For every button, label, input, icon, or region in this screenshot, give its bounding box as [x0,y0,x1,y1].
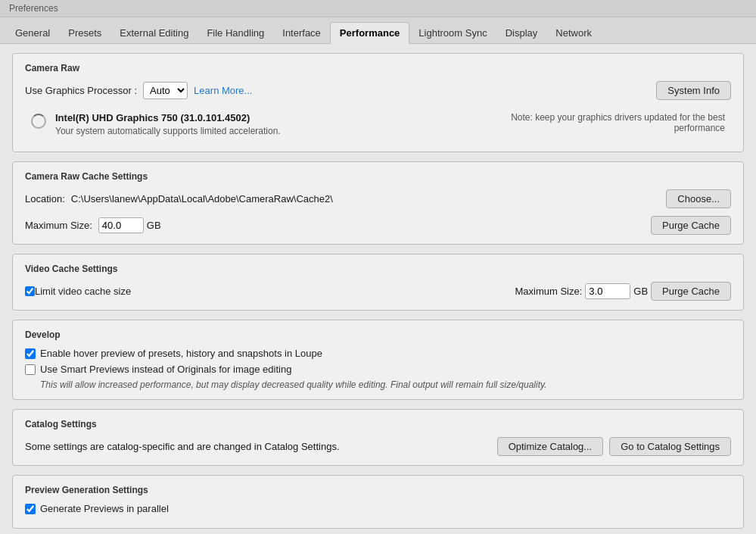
gpu-name: Intel(R) UHD Graphics 750 (31.0.101.4502… [55,112,474,123]
cache-size-row: Maximum Size: 40.0 GB Purge Cache [25,216,731,235]
video-purge-cache-button[interactable]: Purge Cache [651,282,731,301]
tab-general[interactable]: General [6,23,59,43]
tab-file-handling[interactable]: File Handling [198,23,273,43]
catalog-settings-row: Some settings are catalog-specific and a… [25,437,731,456]
video-max-size-label: Maximum Size: [515,286,582,297]
system-info-button[interactable]: System Info [656,81,731,100]
video-cache-section: Video Cache Settings Limit video cache s… [12,254,744,311]
gpu-note: Note: keep your graphics drivers updated… [483,112,725,133]
catalog-description: Some settings are catalog-specific and a… [25,441,491,452]
max-size-input[interactable]: 40.0 [98,217,144,233]
learn-more-link[interactable]: Learn More... [194,85,252,96]
camera-raw-section: Camera Raw Use Graphics Processor : Auto… [12,53,744,152]
gpu-spinner-icon [31,114,46,129]
location-path: C:\Users\lanew\AppData\Local\Adobe\Camer… [71,193,667,205]
camera-raw-cache-title: Camera Raw Cache Settings [25,171,731,182]
purge-cache-button[interactable]: Purge Cache [651,216,731,235]
catalog-settings-section: Catalog Settings Some settings are catal… [12,409,744,466]
hover-preview-checkbox[interactable] [25,348,36,359]
video-left: Limit video cache size [25,286,131,297]
develop-note: This will allow increased performance, b… [40,379,731,390]
develop-section: Develop Enable hover preview of presets,… [12,320,744,400]
graphics-processor-row: Use Graphics Processor : AutoGPUCPU Lear… [25,81,731,100]
gpu-info-row: Intel(R) UHD Graphics 750 (31.0.101.4502… [25,106,731,142]
tab-external-editing[interactable]: External Editing [110,23,198,43]
hover-preview-label: Enable hover preview of presets, history… [40,348,322,359]
gpu-desc: Your system automatically supports limit… [55,126,474,136]
generate-previews-checkbox[interactable] [25,504,36,514]
video-right: Maximum Size: 3.0 GB Purge Cache [515,282,731,301]
gb-label: GB [147,220,161,231]
limit-video-cache-checkbox[interactable] [25,286,35,296]
video-cache-row: Limit video cache size Maximum Size: 3.0… [25,282,731,301]
preview-generation-section: Preview Generation Settings Generate Pre… [12,475,744,529]
catalog-buttons-group: Optimize Catalog... Go to Catalog Settin… [497,437,731,456]
generate-previews-row: Generate Previews in parallel [25,503,731,514]
generate-previews-label: Generate Previews in parallel [40,503,169,514]
limit-video-cache-label: Limit video cache size [35,286,131,297]
catalog-settings-title: Catalog Settings [25,419,731,429]
preview-generation-title: Preview Generation Settings [25,485,731,495]
camera-raw-title: Camera Raw [25,63,731,73]
graphics-processor-label: Use Graphics Processor : [25,85,137,96]
optimize-catalog-button[interactable]: Optimize Catalog... [497,437,604,456]
tab-lightroom-sync[interactable]: Lightroom Sync [409,23,496,43]
title-bar: Preferences [0,0,756,17]
location-row: Location: C:\Users\lanew\AppData\Local\A… [25,189,731,208]
tab-network[interactable]: Network [546,23,601,43]
max-size-label: Maximum Size: [25,220,92,231]
hover-preview-row: Enable hover preview of presets, history… [25,348,731,359]
tab-bar: GeneralPresetsExternal EditingFile Handl… [0,17,756,44]
tab-presets[interactable]: Presets [59,23,110,43]
tab-performance[interactable]: Performance [330,22,409,44]
video-gb-label: GB [633,286,648,297]
choose-button[interactable]: Choose... [666,189,731,208]
smart-previews-label: Use Smart Previews instead of Originals … [40,364,291,375]
gpu-text-group: Intel(R) UHD Graphics 750 (31.0.101.4502… [55,112,474,136]
tab-interface[interactable]: Interface [273,23,330,43]
video-max-size-input[interactable]: 3.0 [585,283,630,299]
camera-raw-cache-section: Camera Raw Cache Settings Location: C:\U… [12,161,744,245]
smart-previews-row: Use Smart Previews instead of Originals … [25,364,731,375]
main-content: Camera Raw Use Graphics Processor : Auto… [0,44,756,534]
smart-previews-checkbox[interactable] [25,364,36,375]
title-bar-label: Preferences [9,3,58,14]
go-to-catalog-settings-button[interactable]: Go to Catalog Settings [609,437,731,456]
develop-title: Develop [25,329,731,340]
graphics-processor-select[interactable]: AutoGPUCPU [143,82,188,99]
location-label: Location: [25,193,65,205]
tab-display[interactable]: Display [496,23,547,43]
video-cache-title: Video Cache Settings [25,264,731,274]
